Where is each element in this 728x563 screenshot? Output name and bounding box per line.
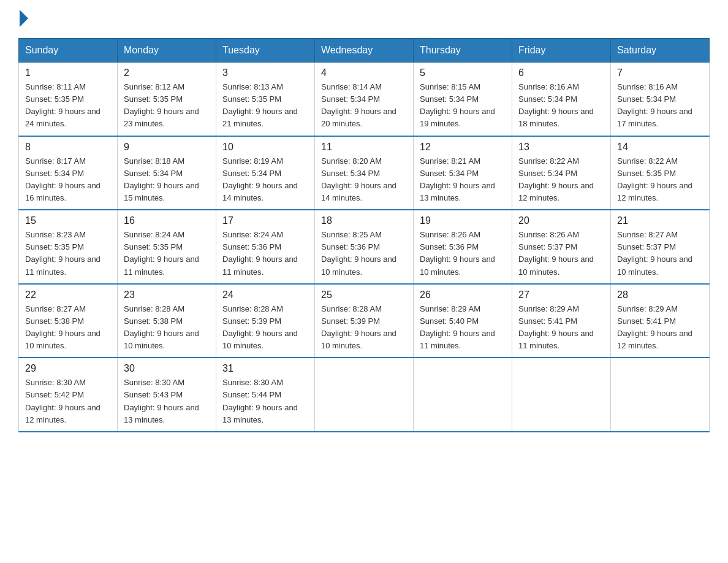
calendar-cell: 12Sunrise: 8:21 AMSunset: 5:34 PMDayligh… — [414, 136, 512, 210]
day-info: Sunrise: 8:30 AMSunset: 5:43 PMDaylight:… — [124, 377, 210, 426]
day-info: Sunrise: 8:29 AMSunset: 5:41 PMDaylight:… — [518, 303, 604, 353]
week-row-3: 15Sunrise: 8:23 AMSunset: 5:35 PMDayligh… — [19, 210, 710, 284]
day-info: Sunrise: 8:30 AMSunset: 5:44 PMDaylight:… — [222, 377, 308, 426]
day-number: 1 — [25, 67, 111, 79]
day-info: Sunrise: 8:17 AMSunset: 5:34 PMDaylight:… — [25, 155, 111, 205]
calendar-cell: 30Sunrise: 8:30 AMSunset: 5:43 PMDayligh… — [118, 358, 216, 432]
day-info: Sunrise: 8:16 AMSunset: 5:34 PMDaylight:… — [617, 81, 703, 131]
day-number: 31 — [222, 363, 308, 374]
day-info: Sunrise: 8:22 AMSunset: 5:34 PMDaylight:… — [518, 155, 604, 205]
calendar-cell: 22Sunrise: 8:27 AMSunset: 5:38 PMDayligh… — [19, 284, 118, 358]
calendar-cell: 29Sunrise: 8:30 AMSunset: 5:42 PMDayligh… — [19, 358, 118, 432]
calendar-cell: 19Sunrise: 8:26 AMSunset: 5:36 PMDayligh… — [414, 210, 512, 284]
day-info: Sunrise: 8:18 AMSunset: 5:34 PMDaylight:… — [124, 155, 210, 205]
day-info: Sunrise: 8:25 AMSunset: 5:36 PMDaylight:… — [321, 229, 407, 278]
day-info: Sunrise: 8:12 AMSunset: 5:35 PMDaylight:… — [124, 81, 210, 131]
calendar-cell: 10Sunrise: 8:19 AMSunset: 5:34 PMDayligh… — [216, 136, 315, 210]
page-header — [18, 12, 710, 27]
day-info: Sunrise: 8:29 AMSunset: 5:41 PMDaylight:… — [617, 303, 703, 353]
day-number: 13 — [518, 142, 604, 153]
calendar-cell: 1Sunrise: 8:11 AMSunset: 5:35 PMDaylight… — [19, 63, 118, 136]
day-number: 24 — [222, 289, 308, 301]
calendar-cell: 13Sunrise: 8:22 AMSunset: 5:34 PMDayligh… — [512, 136, 611, 210]
day-number: 7 — [617, 67, 703, 79]
day-info: Sunrise: 8:30 AMSunset: 5:42 PMDaylight:… — [25, 377, 111, 426]
day-header-sunday: Sunday — [19, 39, 118, 63]
calendar-cell: 8Sunrise: 8:17 AMSunset: 5:34 PMDaylight… — [19, 136, 118, 210]
week-row-2: 8Sunrise: 8:17 AMSunset: 5:34 PMDaylight… — [19, 136, 710, 210]
day-number: 14 — [617, 142, 703, 153]
calendar-cell: 21Sunrise: 8:27 AMSunset: 5:37 PMDayligh… — [611, 210, 710, 284]
calendar-cell: 4Sunrise: 8:14 AMSunset: 5:34 PMDaylight… — [315, 63, 414, 136]
day-number: 28 — [617, 289, 703, 301]
day-number: 19 — [420, 215, 506, 226]
week-row-5: 29Sunrise: 8:30 AMSunset: 5:42 PMDayligh… — [19, 358, 710, 432]
calendar-cell: 7Sunrise: 8:16 AMSunset: 5:34 PMDaylight… — [611, 63, 710, 136]
calendar-cell: 6Sunrise: 8:16 AMSunset: 5:34 PMDaylight… — [512, 63, 611, 136]
day-number: 15 — [25, 215, 111, 226]
calendar-cell — [611, 358, 710, 432]
calendar-cell: 31Sunrise: 8:30 AMSunset: 5:44 PMDayligh… — [216, 358, 315, 432]
calendar-cell: 5Sunrise: 8:15 AMSunset: 5:34 PMDaylight… — [414, 63, 512, 136]
day-info: Sunrise: 8:26 AMSunset: 5:36 PMDaylight:… — [420, 229, 506, 278]
calendar-cell — [315, 358, 414, 432]
calendar-table: SundayMondayTuesdayWednesdayThursdayFrid… — [18, 38, 710, 432]
day-info: Sunrise: 8:22 AMSunset: 5:35 PMDaylight:… — [617, 155, 703, 205]
day-info: Sunrise: 8:26 AMSunset: 5:37 PMDaylight:… — [518, 229, 604, 278]
day-info: Sunrise: 8:15 AMSunset: 5:34 PMDaylight:… — [420, 81, 506, 131]
day-number: 10 — [222, 142, 308, 153]
day-info: Sunrise: 8:21 AMSunset: 5:34 PMDaylight:… — [420, 155, 506, 205]
day-number: 18 — [321, 215, 407, 226]
day-info: Sunrise: 8:28 AMSunset: 5:38 PMDaylight:… — [124, 303, 210, 353]
week-row-4: 22Sunrise: 8:27 AMSunset: 5:38 PMDayligh… — [19, 284, 710, 358]
day-number: 6 — [518, 67, 604, 79]
day-number: 8 — [25, 142, 111, 153]
calendar-cell: 26Sunrise: 8:29 AMSunset: 5:40 PMDayligh… — [414, 284, 512, 358]
day-info: Sunrise: 8:27 AMSunset: 5:38 PMDaylight:… — [25, 303, 111, 353]
calendar-cell: 18Sunrise: 8:25 AMSunset: 5:36 PMDayligh… — [315, 210, 414, 284]
calendar-cell — [512, 358, 611, 432]
day-number: 23 — [124, 289, 210, 301]
day-number: 21 — [617, 215, 703, 226]
day-number: 25 — [321, 289, 407, 301]
calendar-cell: 23Sunrise: 8:28 AMSunset: 5:38 PMDayligh… — [118, 284, 216, 358]
calendar-cell: 24Sunrise: 8:28 AMSunset: 5:39 PMDayligh… — [216, 284, 315, 358]
day-info: Sunrise: 8:29 AMSunset: 5:40 PMDaylight:… — [420, 303, 506, 353]
calendar-cell: 17Sunrise: 8:24 AMSunset: 5:36 PMDayligh… — [216, 210, 315, 284]
calendar-cell: 15Sunrise: 8:23 AMSunset: 5:35 PMDayligh… — [19, 210, 118, 284]
calendar-cell: 28Sunrise: 8:29 AMSunset: 5:41 PMDayligh… — [611, 284, 710, 358]
day-number: 3 — [222, 67, 308, 79]
day-number: 12 — [420, 142, 506, 153]
day-info: Sunrise: 8:14 AMSunset: 5:34 PMDaylight:… — [321, 81, 407, 131]
day-number: 9 — [124, 142, 210, 153]
day-info: Sunrise: 8:24 AMSunset: 5:35 PMDaylight:… — [124, 229, 210, 278]
calendar-cell: 20Sunrise: 8:26 AMSunset: 5:37 PMDayligh… — [512, 210, 611, 284]
day-info: Sunrise: 8:19 AMSunset: 5:34 PMDaylight:… — [222, 155, 308, 205]
day-info: Sunrise: 8:24 AMSunset: 5:36 PMDaylight:… — [222, 229, 308, 278]
day-number: 4 — [321, 67, 407, 79]
day-header-wednesday: Wednesday — [315, 39, 414, 63]
day-number: 5 — [420, 67, 506, 79]
calendar-cell: 16Sunrise: 8:24 AMSunset: 5:35 PMDayligh… — [118, 210, 216, 284]
day-info: Sunrise: 8:20 AMSunset: 5:34 PMDaylight:… — [321, 155, 407, 205]
calendar-cell: 9Sunrise: 8:18 AMSunset: 5:34 PMDaylight… — [118, 136, 216, 210]
day-number: 17 — [222, 215, 308, 226]
day-info: Sunrise: 8:13 AMSunset: 5:35 PMDaylight:… — [222, 81, 308, 131]
calendar-cell: 14Sunrise: 8:22 AMSunset: 5:35 PMDayligh… — [611, 136, 710, 210]
calendar-cell: 11Sunrise: 8:20 AMSunset: 5:34 PMDayligh… — [315, 136, 414, 210]
day-number: 20 — [518, 215, 604, 226]
day-number: 26 — [420, 289, 506, 301]
calendar-cell: 27Sunrise: 8:29 AMSunset: 5:41 PMDayligh… — [512, 284, 611, 358]
day-header-tuesday: Tuesday — [216, 39, 315, 63]
day-header-monday: Monday — [118, 39, 216, 63]
week-row-1: 1Sunrise: 8:11 AMSunset: 5:35 PMDaylight… — [19, 63, 710, 136]
day-number: 30 — [124, 363, 210, 374]
day-header-thursday: Thursday — [414, 39, 512, 63]
day-number: 11 — [321, 142, 407, 153]
day-number: 16 — [124, 215, 210, 226]
day-info: Sunrise: 8:23 AMSunset: 5:35 PMDaylight:… — [25, 229, 111, 278]
logo — [18, 12, 28, 27]
logo-triangle-icon — [20, 10, 28, 27]
day-header-friday: Friday — [512, 39, 611, 63]
day-number: 2 — [124, 67, 210, 79]
